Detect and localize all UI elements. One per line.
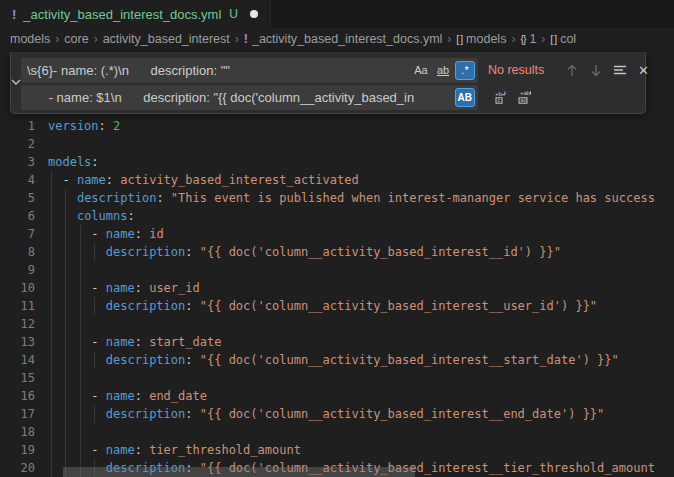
indent-guide (65, 423, 66, 441)
svg-text:c: c (497, 97, 500, 103)
code-line[interactable]: 3models: (0, 153, 674, 171)
line-number: 9 (0, 261, 48, 279)
code-line-content: models: (48, 153, 674, 171)
indent-guide (65, 225, 66, 243)
previous-match-button[interactable] (561, 60, 582, 81)
code-line[interactable]: 10 - name: user_id (0, 279, 674, 297)
next-match-button[interactable] (585, 60, 606, 81)
code-line[interactable]: 15 (0, 369, 674, 387)
find-input[interactable]: \s{6}- name: (.*)\n description: "" Aa a… (21, 58, 478, 83)
indent-guide (51, 189, 52, 207)
code-line[interactable]: 16 - name: end_date (0, 387, 674, 405)
indent-guide (65, 279, 66, 297)
line-number: 19 (0, 441, 48, 459)
breadcrumb-label: _activity_based_interest_docs.yml (252, 32, 442, 46)
indent-guide (65, 243, 66, 261)
indent-guide (51, 459, 52, 477)
indent-guide (51, 261, 52, 279)
code-line[interactable]: 8 description: "{{ doc('column__activity… (0, 243, 674, 261)
find-in-selection-button[interactable] (609, 60, 630, 81)
indent-guide (80, 387, 81, 405)
breadcrumb-item[interactable]: [ ]col (550, 32, 576, 46)
breadcrumb: models›core›activity_based_interest›!_ac… (0, 28, 674, 50)
code-line[interactable]: 1version: 2 (0, 117, 674, 135)
indent-guide (94, 297, 95, 315)
breadcrumb-item[interactable]: models (10, 32, 50, 46)
code-line-content: columns: (48, 207, 674, 225)
code-line[interactable]: 11 description: "{{ doc('column__activit… (0, 297, 674, 315)
indent-guide (65, 405, 66, 423)
breadcrumb-item[interactable]: !_activity_based_interest_docs.yml (244, 32, 443, 46)
symbol-array-icon: [ ] (550, 33, 556, 45)
code-line-content: version: 2 (48, 117, 674, 135)
match-case-toggle[interactable]: Aa (411, 61, 431, 80)
code-line[interactable]: 4 - name: activity_based_interest_activa… (0, 171, 674, 189)
whole-word-toggle[interactable]: ab (433, 61, 453, 80)
indent-guide (80, 315, 81, 333)
breadcrumb-separator: › (94, 32, 98, 46)
code-line-content: description: "This event is published wh… (48, 189, 674, 207)
replace-input[interactable]: - name: $1\n description: "{{ doc('colum… (21, 85, 478, 110)
code-line[interactable]: 7 - name: id (0, 225, 674, 243)
code-line-content: description: "{{ doc('column__activity_b… (48, 243, 674, 261)
preserve-case-toggle[interactable]: AB (455, 88, 475, 107)
code-line-content: description: "{{ doc('column__activity_b… (48, 405, 674, 423)
indent-guide (94, 243, 95, 261)
toggle-replace-chevron[interactable] (11, 52, 21, 113)
code-line[interactable]: 17 description: "{{ doc('column__activit… (0, 405, 674, 423)
code-line-content (48, 369, 674, 387)
code-line[interactable]: 5 description: "This event is published … (0, 189, 674, 207)
indent-guide (80, 441, 81, 459)
svg-text:ac: ac (520, 97, 526, 103)
code-line[interactable]: 18 (0, 423, 674, 441)
code-line[interactable]: 6 columns: (0, 207, 674, 225)
regex-toggle[interactable]: .* (455, 61, 475, 80)
line-number: 14 (0, 351, 48, 369)
line-number: 13 (0, 333, 48, 351)
code-line[interactable]: 13 - name: start_date (0, 333, 674, 351)
indent-guide (51, 243, 52, 261)
indent-guide (94, 351, 95, 369)
find-input-value: \s{6}- name: (.*)\n description: "" (27, 63, 407, 78)
tab-activity-based-interest-docs[interactable]: ! _activity_based_interest_docs.yml U (0, 0, 271, 28)
breadcrumb-item[interactable]: core (64, 32, 88, 46)
code-line[interactable]: 9 (0, 261, 674, 279)
close-find-button[interactable]: ✕ (633, 60, 654, 81)
breadcrumb-item[interactable]: {}1 (520, 32, 536, 46)
code-line[interactable]: 14 description: "{{ doc('column__activit… (0, 351, 674, 369)
code-line-content (48, 261, 674, 279)
breadcrumb-item[interactable]: [ ]models (456, 32, 506, 46)
breadcrumb-item[interactable]: activity_based_interest (103, 32, 230, 46)
breadcrumb-label: models (10, 32, 50, 46)
symbol-array-icon: [ ] (456, 33, 462, 45)
code-line-content: - name: tier_threshold_amount (48, 441, 674, 459)
indent-guide (65, 441, 66, 459)
horizontal-scrollbar-thumb[interactable] (63, 467, 415, 477)
breadcrumb-separator: › (447, 32, 451, 46)
yaml-file-icon: ! (244, 32, 248, 46)
code-line-content: - name: start_date (48, 333, 674, 351)
code-line-content: - name: user_id (48, 279, 674, 297)
indent-guide (65, 351, 66, 369)
code-line[interactable]: 12 (0, 315, 674, 333)
indent-guide (51, 225, 52, 243)
indent-guide (65, 297, 66, 315)
code-line[interactable]: 19 - name: tier_threshold_amount (0, 441, 674, 459)
indent-guide (51, 369, 52, 387)
find-options: Aa ab .* (411, 61, 475, 80)
indent-guide (51, 351, 52, 369)
code-line-content: - name: id (48, 225, 674, 243)
indent-guide (51, 315, 52, 333)
replace-button[interactable]: +b c (490, 87, 511, 108)
editor-pane[interactable]: 1version: 223models:4 - name: activity_b… (0, 50, 674, 477)
modified-dot-icon[interactable] (250, 10, 258, 18)
tab-filename: _activity_based_interest_docs.yml (23, 7, 221, 22)
code-area[interactable]: 1version: 223models:4 - name: activity_b… (0, 50, 674, 477)
breadcrumb-label: activity_based_interest (103, 32, 230, 46)
code-line[interactable]: 2 (0, 135, 674, 153)
breadcrumb-label: models (466, 32, 506, 46)
breadcrumb-separator: › (55, 32, 59, 46)
indent-guide (65, 369, 66, 387)
chevron-down-icon (11, 79, 21, 86)
replace-all-button[interactable]: +ab ac (514, 87, 535, 108)
